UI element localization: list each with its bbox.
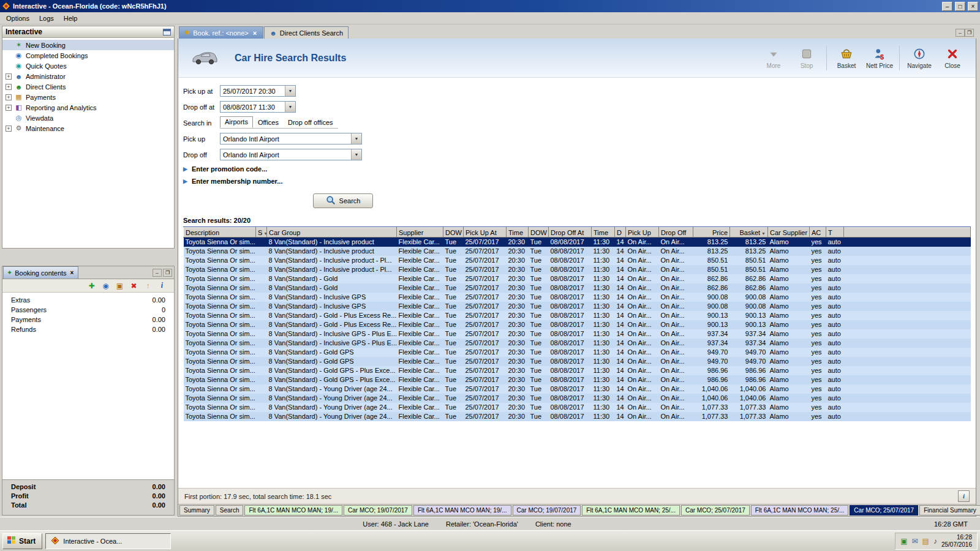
menu-logs[interactable]: Logs <box>34 13 59 24</box>
column-header-pick_up[interactable]: Pick Up <box>626 228 659 238</box>
panel-restore-button[interactable]: ❐ <box>163 269 172 277</box>
table-row[interactable]: Toyota Sienna Or sim...8 Van(Standard) -… <box>184 366 971 375</box>
close-button[interactable]: × <box>968 2 978 11</box>
column-header-t[interactable]: T <box>826 228 844 238</box>
column-header-ac[interactable]: AC <box>810 228 826 238</box>
pickup-at-combo[interactable]: 25/07/2017 20:30 ▼ <box>220 85 296 97</box>
doc-restore-button[interactable]: ❐ <box>965 29 974 37</box>
bottom-tab-flt-6a-1c-man-mco-man-19[interactable]: Flt 6A,1C MAN MCO MAN; 19/... <box>244 505 342 515</box>
column-header-drop_off_at[interactable]: Drop Off At <box>549 228 592 238</box>
search-button[interactable]: Search <box>313 193 373 208</box>
info-button[interactable]: i <box>958 490 970 502</box>
table-row[interactable]: Toyota Sienna Or sim...8 Van(Standard) -… <box>184 357 971 366</box>
table-row[interactable]: Toyota Sienna Or sim...8 Van(Standard) -… <box>184 412 971 421</box>
table-row[interactable]: Toyota Sienna Or sim...8 Van(Standard) -… <box>184 265 971 274</box>
table-row[interactable]: Toyota Sienna Or sim...8 Van(Standard) -… <box>184 394 971 403</box>
chevron-down-icon[interactable]: ▼ <box>351 133 361 144</box>
table-row[interactable]: Toyota Sienna Or sim...8 Van(Standard) -… <box>184 283 971 293</box>
pickup-location-combo[interactable]: Orlando Intl Airport ▼ <box>220 133 362 144</box>
bottom-tab-car-mco-19-07-2017[interactable]: Car MCO; 19/07/2017 <box>344 505 412 515</box>
column-header-s[interactable]: S▼ <box>256 228 267 238</box>
dropoff-at-combo[interactable]: 08/08/2017 11:30 ▼ <box>220 101 296 113</box>
column-header-basket[interactable]: Basket▼ <box>730 228 768 238</box>
table-row[interactable]: Toyota Sienna Or sim...8 Van(Standard) -… <box>184 329 971 339</box>
volume-icon[interactable]: ♪ <box>933 537 937 545</box>
table-row[interactable]: Toyota Sienna Or sim...8 Van(Standard) -… <box>184 274 971 283</box>
taskbar-app-button[interactable]: Interactive - Ocea... <box>45 533 171 549</box>
doc-tab-book-ref-none[interactable]: ✹Book. ref.: <none>× <box>179 26 263 39</box>
sidebar-item-quick-quotes[interactable]: ◉Quick Quotes <box>2 61 174 71</box>
doc-tab-direct-clients-search[interactable]: ☻Direct Clients Search <box>264 26 349 39</box>
sidebar-item-reporting-and-analytics[interactable]: +◧Reporting and Analytics <box>2 102 174 113</box>
column-header-time_do[interactable]: Time <box>592 228 615 238</box>
table-row[interactable]: Toyota Sienna Or sim...8 Van(Standard) -… <box>184 256 971 265</box>
column-header-time_pu[interactable]: Time <box>507 228 529 238</box>
table-row[interactable]: Toyota Sienna Or sim...8 Van(Standard) -… <box>184 384 971 394</box>
basket-icon[interactable]: ▣ <box>115 282 124 290</box>
globe-icon[interactable]: ◉ <box>101 282 110 290</box>
table-row[interactable]: Toyota Sienna Or sim...8 Van(Standard) -… <box>184 320 971 329</box>
bottom-tab-financial-summary[interactable]: Financial Summary <box>919 505 980 515</box>
bottom-tab-flt-6a-1c-man-mco-man-25[interactable]: Flt 6A,1C MAN MCO MAN; 25/... <box>582 505 680 515</box>
info-icon[interactable]: i <box>157 281 167 290</box>
expand-icon[interactable]: + <box>6 73 12 80</box>
column-header-supplier[interactable]: Supplier <box>397 228 443 238</box>
column-header-price[interactable]: Price <box>693 228 730 238</box>
toolbar-nett-price-button[interactable]: $Nett Price <box>865 47 894 69</box>
bottom-tab-car-mco-19-07-2017[interactable]: Car MCO; 19/07/2017 <box>513 505 581 515</box>
column-header-dow_pu[interactable]: DOW <box>443 228 464 238</box>
close-tab-icon[interactable]: × <box>69 269 75 276</box>
table-row[interactable]: Toyota Sienna Or sim...8 Van(Standard) -… <box>184 375 971 384</box>
promotion-code-expander[interactable]: ▶ Enter promotion code... <box>183 165 976 173</box>
table-row[interactable]: Toyota Sienna Or sim...8 Van(Standard) -… <box>184 302 971 311</box>
expand-icon[interactable]: + <box>6 126 12 132</box>
sidebar-item-new-booking[interactable]: ✶New Booking <box>2 40 174 50</box>
sidebar-item-completed-bookings[interactable]: ◉Completed Bookings <box>2 50 174 61</box>
display-icon[interactable]: ▤ <box>922 537 929 545</box>
bottom-tab-summary[interactable]: Summary <box>179 505 214 515</box>
membership-number-expander[interactable]: ▶ Enter membership number... <box>183 178 976 185</box>
menu-help[interactable]: Help <box>59 13 83 24</box>
bottom-tab-car-mco-25-07-2017[interactable]: Car MCO; 25/07/2017 <box>850 505 918 515</box>
toolbar-basket-button[interactable]: Basket <box>832 47 861 69</box>
column-header-dow_do[interactable]: DOW <box>529 228 549 238</box>
network-icon[interactable]: ▣ <box>900 537 907 545</box>
table-row[interactable]: Toyota Sienna Or sim...8 Van(Standard) -… <box>184 403 971 412</box>
expand-icon[interactable]: + <box>6 84 12 90</box>
start-button[interactable]: Start <box>2 533 42 549</box>
sidebar-item-direct-clients[interactable]: +☻Direct Clients <box>2 81 174 92</box>
bottom-tab-search[interactable]: Search <box>216 505 244 515</box>
column-header-pick_up_at[interactable]: Pick Up At <box>464 228 507 238</box>
export-icon[interactable]: ↑ <box>143 282 153 290</box>
close-tab-icon[interactable]: × <box>252 29 258 37</box>
booking-contents-tab[interactable]: ✦ Booking contents × <box>3 266 78 279</box>
bottom-tab-flt-6a-1c-man-mco-man-25[interactable]: Flt 6A,1C MAN MCO MAN; 25/... <box>751 505 849 515</box>
toolbar-navigate-button[interactable]: Navigate <box>905 47 934 69</box>
search-in-tab-drop-off-offices[interactable]: Drop off offices <box>284 118 337 128</box>
dropoff-location-combo[interactable]: Orlando Intl Airport ▼ <box>220 149 362 160</box>
table-row[interactable]: Toyota Sienna Or sim...8 Van(Standard) -… <box>184 348 971 357</box>
expand-icon[interactable]: + <box>6 94 12 100</box>
sidebar-item-payments[interactable]: +▦Payments <box>2 92 174 102</box>
bottom-tab-car-mco-25-07-2017[interactable]: Car MCO; 25/07/2017 <box>681 505 750 515</box>
table-row[interactable]: Toyota Sienna Or sim...8 Van(Standard) -… <box>184 247 971 256</box>
column-header-description[interactable]: Description <box>184 228 256 238</box>
bottom-tab-flt-6a-1c-man-mco-man-19[interactable]: Flt 6A,1C MAN MCO MAN; 19/... <box>413 505 511 515</box>
search-in-tab-offices[interactable]: Offices <box>254 118 283 128</box>
add-icon[interactable]: ✚ <box>87 282 96 290</box>
chevron-down-icon[interactable]: ▼ <box>285 86 295 96</box>
chevron-down-icon[interactable]: ▼ <box>351 149 361 160</box>
sidebar-item-maintenance[interactable]: +⚙Maintenance <box>2 123 174 133</box>
search-in-tab-airports[interactable]: Airports <box>220 116 253 128</box>
mail-icon[interactable]: ✉ <box>912 537 918 545</box>
delete-icon[interactable]: ✖ <box>129 282 138 290</box>
sidebar-item-viewdata[interactable]: ◎Viewdata <box>2 113 174 123</box>
column-header-drop_off[interactable]: Drop Off <box>659 228 693 238</box>
minimize-button[interactable]: – <box>942 2 952 11</box>
table-row[interactable]: Toyota Sienna Or sim...8 Van(Standard) -… <box>184 293 971 302</box>
panel-minimize-button[interactable]: – <box>153 269 162 277</box>
table-row[interactable]: Toyota Sienna Or sim...8 Van(Standard) -… <box>184 311 971 320</box>
menu-options[interactable]: Options <box>1 13 34 24</box>
chevron-down-icon[interactable]: ▼ <box>285 102 295 112</box>
toolbar-close-button[interactable]: Close <box>938 47 967 69</box>
